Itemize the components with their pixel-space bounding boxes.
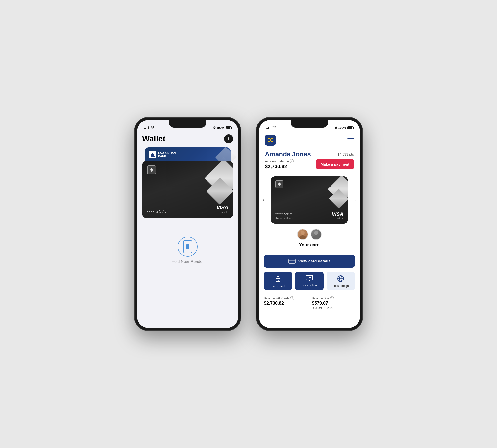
cards-stack: LAURENTIANBANK [142,147,233,227]
balance-due-amount: $579.07 [312,301,355,306]
wallet-title: Wallet [142,134,165,143]
svg-point-10 [301,231,305,235]
balance-all-cards: Balance - All Cards ? $2,730.82 [264,296,307,309]
app-header [259,132,360,149]
card-icon [288,259,296,264]
account-row: Account balance ? $2,730.82 Make a payme… [265,159,354,169]
nfc-section: Hold Near Reader [142,237,233,264]
lock-foreign-button[interactable]: Lock foreign [327,272,355,290]
nfc-label: Hold Near Reader [172,260,204,264]
card-diamonds [208,162,233,198]
nfc-icon [178,237,198,257]
battery-body [226,126,231,129]
signal-bars-right [266,126,270,129]
svg-rect-0 [151,154,152,156]
carousel-left-arrow[interactable]: ‹ [261,195,267,205]
card-logo-white [147,165,156,174]
card-bottom-info: ***** 5312 Amanda Jones VISA Infinite [275,211,343,220]
battery-fill [226,127,230,129]
visa-logo: VISA Infinite [216,204,228,214]
svg-point-12 [314,231,318,235]
notch [169,120,206,128]
battery [226,126,231,129]
left-screen: ※ 100% Wallet + [137,120,238,328]
user-name: Amanda Jones [265,150,311,158]
balance-all-label: Balance - All Cards ? [264,296,307,300]
svg-rect-1 [152,153,153,156]
card-num-line: ***** 5312 [275,212,293,216]
carousel-right-arrow[interactable]: › [352,195,358,205]
bar2 [145,128,146,129]
svg-rect-2 [153,154,154,156]
bar1r [266,128,267,129]
avatar-male-img [311,229,321,239]
lock-card-button[interactable]: Lock card [264,272,292,290]
divider-1 [259,251,360,251]
action-buttons: Lock card Lock online [259,272,360,293]
lock-online-button[interactable]: Lock online [295,272,324,290]
svg-rect-16 [289,262,291,262]
signal-section [144,126,154,130]
bar2r [267,128,268,129]
lock-online-label: Lock online [302,284,317,287]
avatar-female [297,229,308,240]
balance-all-amount: $2,730.82 [264,301,307,306]
battery-fill-right [348,127,352,129]
svg-point-11 [299,235,306,239]
svg-point-6 [271,138,273,139]
lock-card-label: Lock card [272,285,285,288]
signal-section-right [266,126,276,130]
right-phone: ※ 100% [256,117,363,331]
svg-point-5 [268,138,270,139]
balance-due: Balance Due ? $579.07 Due Oct 01, 2020 [312,296,355,309]
balance-due-date: Due Oct 01, 2020 [312,306,355,309]
right-screen: ※ 100% [259,120,360,328]
svg-point-13 [313,235,320,239]
card-holder-name: Amanda Jones [275,217,293,220]
wifi-icon [151,126,154,130]
visa-type: Infinite [216,211,228,214]
avatar-female-img [298,229,308,239]
wifi-icon-right [272,126,276,130]
bank-icon-blue [149,151,156,158]
your-card-label: Your card [259,241,360,251]
bar1 [144,128,145,129]
bar4 [148,126,149,129]
balance-info-icon[interactable]: ? [290,159,294,163]
battery-section: ※ 100% [213,126,231,130]
svg-rect-3 [151,156,155,157]
lock-icon [275,275,281,283]
payment-button[interactable]: Make a payment [316,159,354,169]
hamburger-line-2 [347,140,354,141]
bank-name: LAURENTIANBANK [158,151,176,158]
card-carousel: ‹ ***** 5312 Amanda Jones [259,173,360,226]
balance-all-info-icon[interactable]: ? [290,296,294,300]
bar4r [270,126,270,129]
hamburger-menu[interactable] [347,138,354,142]
view-card-details-button[interactable]: View card details [264,255,355,268]
app-logo [265,135,276,146]
card-display-logo [275,180,283,188]
balance-section: Account balance ? $2,730.82 [265,159,294,169]
card-bottom: •••• 2570 VISA Infinite [147,204,228,214]
svg-rect-4 [151,153,155,153]
globe-icon [337,275,344,282]
user-points: 14,533 pts [338,152,354,156]
wallet-content: Wallet + [137,132,238,264]
svg-point-7 [268,141,270,142]
balance-amount: $2,730.82 [265,164,294,169]
card-black[interactable]: •••• 2570 VISA Infinite [142,161,233,218]
balance-due-info-icon[interactable]: ? [330,296,334,300]
hamburger-line-1 [347,138,354,139]
add-button[interactable]: + [224,134,233,143]
wallet-header: Wallet + [142,132,233,147]
bluetooth-icon: ※ 100% [213,126,224,130]
svg-rect-18 [278,280,279,281]
svg-rect-15 [289,260,295,261]
visa-right-text: VISA [332,211,343,217]
balance-due-label: Balance Due ? [312,296,355,300]
bank-logo-blue: LAURENTIANBANK [149,151,226,158]
notch-right [291,120,328,128]
visa-text: VISA [216,204,228,211]
bar3 [147,127,147,129]
